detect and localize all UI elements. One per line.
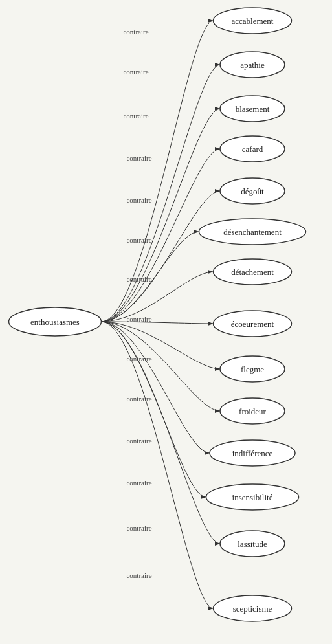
svg-text:accablement: accablement xyxy=(232,16,274,26)
svg-text:enthousiasmes: enthousiasmes xyxy=(30,317,80,327)
svg-text:désenchantement: désenchantement xyxy=(223,227,282,237)
svg-text:contraire: contraire xyxy=(126,275,151,283)
svg-text:blasement: blasement xyxy=(236,104,270,114)
svg-text:contraire: contraire xyxy=(126,479,151,487)
svg-text:contraire: contraire xyxy=(126,572,151,579)
svg-text:lassitude: lassitude xyxy=(238,539,267,549)
svg-text:contraire: contraire xyxy=(126,524,151,532)
svg-text:contraire: contraire xyxy=(123,28,148,36)
svg-text:indifférence: indifférence xyxy=(232,449,273,458)
svg-text:cafard: cafard xyxy=(242,144,263,154)
svg-text:flegme: flegme xyxy=(241,364,264,374)
svg-text:contraire: contraire xyxy=(126,154,151,162)
svg-text:contraire: contraire xyxy=(126,196,151,204)
svg-text:contraire: contraire xyxy=(126,395,151,403)
svg-text:contraire: contraire xyxy=(123,68,148,76)
svg-text:froideur: froideur xyxy=(239,406,267,416)
graph-svg: enthousiasmescontraireaccablementcontrai… xyxy=(0,0,332,644)
svg-text:apathie: apathie xyxy=(240,60,265,70)
svg-text:écoeurement: écoeurement xyxy=(231,319,274,329)
svg-text:contraire: contraire xyxy=(126,315,151,323)
svg-text:contraire: contraire xyxy=(123,112,148,120)
svg-text:détachement: détachement xyxy=(231,267,274,277)
graph-container: enthousiasmescontraireaccablementcontrai… xyxy=(0,0,332,644)
svg-text:dégoût: dégoût xyxy=(241,186,264,196)
svg-text:insensibilité: insensibilité xyxy=(232,493,273,502)
svg-text:scepticisme: scepticisme xyxy=(233,604,272,614)
svg-text:contraire: contraire xyxy=(126,236,151,244)
svg-text:contraire: contraire xyxy=(126,437,151,445)
